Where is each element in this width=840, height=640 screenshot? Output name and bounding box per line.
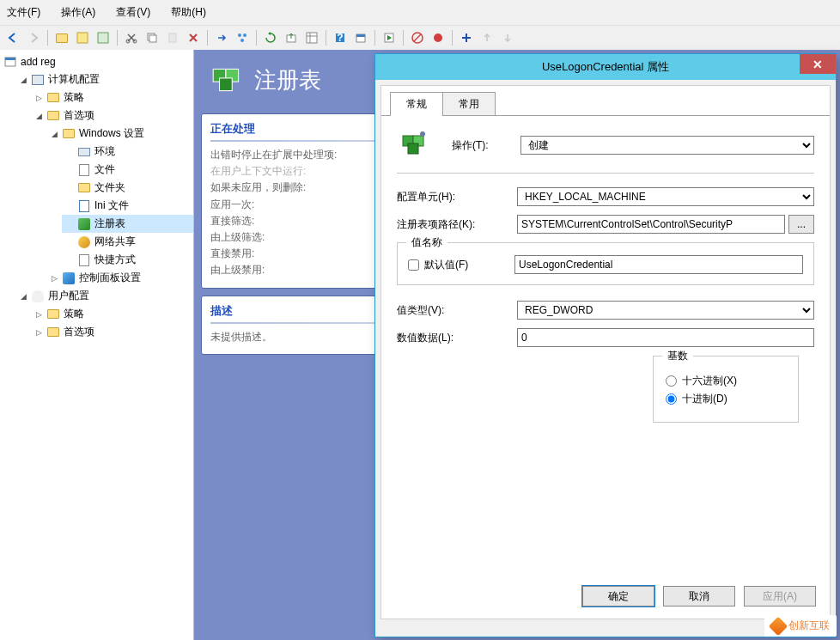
paste-icon[interactable] xyxy=(163,28,182,47)
tree-label: Windows 设置 xyxy=(79,126,144,141)
properties-dialog: UseLogonCredential 属性 ✕ 常规 常用 操作(T): 创建 … xyxy=(374,53,837,637)
folder-icon xyxy=(77,181,91,195)
tree-label: 首选项 xyxy=(64,325,94,339)
folder-icon xyxy=(46,308,60,321)
tree-user-policy[interactable]: ▷ 策略 xyxy=(31,305,193,323)
policy-root-icon xyxy=(3,55,17,69)
menu-action[interactable]: 操作(A) xyxy=(56,3,100,21)
shortcut-icon xyxy=(77,253,91,267)
nodes-icon[interactable] xyxy=(233,28,252,47)
radix-dec-label: 十进制(D) xyxy=(682,392,727,406)
tab-general[interactable]: 常规 xyxy=(390,92,443,116)
tree-user-cfg[interactable]: ◢ 用户配置 xyxy=(15,287,193,305)
svg-rect-0 xyxy=(77,33,88,43)
netshare-icon xyxy=(77,235,91,249)
action-select[interactable]: 创建 xyxy=(520,136,814,155)
svg-rect-26 xyxy=(408,143,418,154)
arrow-right-icon[interactable] xyxy=(212,28,231,47)
tree-policy[interactable]: ▷ 策略 xyxy=(31,88,193,107)
delete-icon[interactable] xyxy=(184,28,203,47)
svg-point-9 xyxy=(240,39,244,42)
down-icon[interactable] xyxy=(498,28,517,47)
expand-icon[interactable]: ▷ xyxy=(34,93,44,102)
dialog-titlebar[interactable]: UseLogonCredential 属性 ✕ xyxy=(375,54,836,80)
play-icon[interactable] xyxy=(380,28,399,47)
default-checkbox[interactable] xyxy=(408,259,419,271)
up-icon[interactable] xyxy=(478,28,496,47)
collapse-icon[interactable]: ◢ xyxy=(34,111,44,120)
tree-user-prefs[interactable]: ▷ 首选项 xyxy=(31,323,193,341)
tree-env[interactable]: 环境 xyxy=(62,143,193,161)
valuename-input[interactable] xyxy=(514,255,803,274)
ini-icon xyxy=(77,199,91,213)
cut-icon[interactable] xyxy=(122,28,141,47)
apply-button[interactable]: 应用(A) xyxy=(744,586,816,606)
valuedata-input[interactable] xyxy=(517,328,814,347)
svg-point-18 xyxy=(434,34,442,42)
tree-root[interactable]: add reg xyxy=(0,53,193,70)
tree-ini[interactable]: Ini 文件 xyxy=(62,197,193,215)
stop-icon[interactable] xyxy=(408,28,427,47)
svg-rect-15 xyxy=(356,34,365,37)
tree-shortcut[interactable]: 快捷方式 xyxy=(62,251,193,269)
calendar-icon[interactable] xyxy=(351,28,370,47)
browse-button[interactable]: ... xyxy=(788,215,814,234)
close-button[interactable]: ✕ xyxy=(800,54,836,74)
forward-icon[interactable] xyxy=(24,28,43,47)
svg-rect-5 xyxy=(149,35,156,42)
tree-files[interactable]: 文件 xyxy=(62,161,193,179)
expand-icon[interactable]: ▷ xyxy=(34,309,44,319)
table2-icon[interactable] xyxy=(302,28,321,47)
svg-point-7 xyxy=(238,34,241,37)
menu-file[interactable]: 文件(F) xyxy=(2,3,46,21)
tree-folders[interactable]: 文件夹 xyxy=(62,179,193,197)
keypath-label: 注册表项路径(K): xyxy=(397,217,517,232)
tree-control-panel[interactable]: ▷ 控制面板设置 xyxy=(46,269,193,287)
radix-hex-radio[interactable] xyxy=(666,375,677,387)
tree-windows-settings[interactable]: ◢ Windows 设置 xyxy=(46,125,193,143)
tree-netshare[interactable]: 网络共享 xyxy=(62,233,193,251)
tree-label: 快捷方式 xyxy=(94,253,136,267)
refresh-icon[interactable] xyxy=(261,28,280,47)
ok-button[interactable]: 确定 xyxy=(582,586,654,606)
folder-icon xyxy=(46,326,60,339)
valuedata-label: 数值数据(L): xyxy=(397,331,517,345)
detail-icon[interactable] xyxy=(94,28,113,47)
radix-dec-radio[interactable] xyxy=(666,393,677,405)
menu-view[interactable]: 查看(V) xyxy=(111,3,155,21)
help-icon[interactable]: ? xyxy=(331,28,350,47)
hive-select[interactable]: HKEY_LOCAL_MACHINE xyxy=(517,187,814,206)
svg-point-27 xyxy=(420,131,425,137)
tree-prefs[interactable]: ◢ 首选项 xyxy=(31,107,193,125)
cancel-button[interactable]: 取消 xyxy=(663,586,735,606)
file-icon xyxy=(77,163,91,177)
menu-help[interactable]: 帮助(H) xyxy=(166,3,211,21)
valuetype-select[interactable]: REG_DWORD xyxy=(517,301,814,320)
dialog-title: UseLogonCredential 属性 xyxy=(542,59,669,75)
tab-common[interactable]: 常用 xyxy=(442,92,496,116)
menubar: 文件(F) 操作(A) 查看(V) 帮助(H) xyxy=(0,0,840,25)
folder-icon[interactable] xyxy=(52,28,71,47)
table-icon[interactable] xyxy=(73,28,92,47)
tree-label: 用户配置 xyxy=(48,289,89,303)
control-panel-icon xyxy=(62,271,76,285)
collapse-icon[interactable]: ◢ xyxy=(50,129,59,138)
expand-icon[interactable]: ▷ xyxy=(50,273,59,283)
collapse-icon[interactable]: ◢ xyxy=(19,75,28,84)
back-icon[interactable] xyxy=(3,28,22,47)
folder-icon xyxy=(46,109,60,123)
tree-computer-cfg[interactable]: ◢ 计算机配置 xyxy=(15,70,193,88)
keypath-input[interactable] xyxy=(517,215,785,234)
expand-icon[interactable]: ▷ xyxy=(34,327,44,337)
action-label: 操作(T): xyxy=(452,138,520,153)
radix-legend: 基数 xyxy=(662,349,693,363)
export-icon[interactable] xyxy=(282,28,301,47)
plus-icon[interactable] xyxy=(457,28,476,47)
record-icon[interactable] xyxy=(429,28,447,47)
copy-icon[interactable] xyxy=(143,28,161,47)
tree-label: Ini 文件 xyxy=(94,198,129,213)
tree-registry[interactable]: 注册表 xyxy=(62,215,193,233)
tree-label: 网络共享 xyxy=(94,235,136,249)
tree-label: 策略 xyxy=(64,307,84,321)
collapse-icon[interactable]: ◢ xyxy=(19,291,28,301)
